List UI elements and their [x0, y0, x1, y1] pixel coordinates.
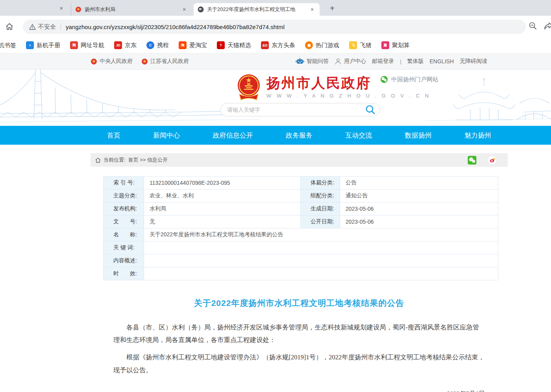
- close-icon[interactable]: ×: [181, 6, 188, 13]
- link-traditional[interactable]: 繁体版: [407, 58, 424, 65]
- meta-label: 文 号:: [104, 215, 144, 228]
- robot-icon: [296, 58, 304, 65]
- meta-value: 关于2022年度扬州市水利工程文明工地考核结果的公告: [144, 228, 498, 241]
- tab-yangzhou-water-bureau[interactable]: 扬州市水利局 ×: [71, 3, 192, 16]
- nav-item-services[interactable]: 政务服务: [286, 131, 312, 140]
- share-icon[interactable]: [543, 21, 551, 31]
- bookmark-item[interactable]: 网 网址导航: [70, 41, 104, 49]
- tab-title: 关于2022年度扬州市水利工程文明工地: [207, 6, 306, 13]
- article-date: 2023年5月6日: [113, 390, 485, 392]
- bookmark-item[interactable]: ▣ 热门游戏: [305, 41, 339, 49]
- close-icon[interactable]: ×: [57, 4, 65, 12]
- divider: [61, 23, 61, 30]
- table-row: 时 效:: [104, 267, 498, 280]
- link-smart-qa[interactable]: 智能问答: [296, 58, 329, 65]
- nav-item-interaction[interactable]: 互动交流: [345, 131, 372, 140]
- gov-emblem-favicon: [75, 6, 81, 13]
- bookmark-label: 爱淘宝: [189, 42, 207, 49]
- gov-top-bar: 中央人民政府 江苏省人民政府 智能问答: [0, 53, 551, 70]
- meta-label: 主题分类:: [104, 190, 144, 202]
- bookmark-item[interactable]: 东方 东方头条: [261, 41, 295, 49]
- article-paragraph: 各县（市、区）水利（务）局，扬州经济开发区城乡事务管理局，生态科技新城规划建设局…: [113, 321, 485, 346]
- link-label: 用户中心: [344, 58, 366, 65]
- meta-value: 农业、林业、水利: [144, 190, 301, 202]
- article-title: 关于2022年度扬州市水利工程文明工地考核结果的公告: [113, 298, 485, 309]
- bookmark-item[interactable]: C 携程: [146, 41, 169, 49]
- bookmark-item[interactable]: 飞 飞猪: [349, 41, 372, 49]
- link-jiangsu-gov[interactable]: 江苏省人民政府: [141, 58, 189, 65]
- link-label: 中央人民政府: [100, 58, 133, 65]
- page-content: 当前位置: 首页 >> 信息公开: [0, 145, 551, 392]
- bookmark-item[interactable]: T 天猫精选: [217, 41, 251, 49]
- bookmark-label: 网址导航: [81, 42, 104, 49]
- home-icon: [95, 158, 101, 163]
- bookmark-label: 携程: [157, 42, 169, 49]
- meta-value: [144, 241, 498, 254]
- meta-label: 索 引 号:: [104, 177, 144, 190]
- link-label: 邮箱登录: [372, 58, 394, 65]
- breadcrumb-path[interactable]: 首页 >> 信息公开: [128, 156, 168, 164]
- site-search: [220, 103, 380, 116]
- nav-item-data[interactable]: 数据扬州: [405, 131, 432, 140]
- table-row: 名 称: 关于2022年度扬州市水利工程文明工地考核结果的公告: [104, 228, 498, 241]
- site-url-text: W W W . Y A N G Z H O U . G O V . C N: [266, 93, 431, 99]
- address-bar[interactable]: 不安全 yangzhou.gov.cn/yzszxxgk/slj/202305/…: [23, 20, 526, 34]
- bookmark-item[interactable]: 聚 聚划算: [381, 41, 410, 49]
- nav-item-news[interactable]: 新闻中心: [153, 131, 180, 140]
- link-central-gov[interactable]: 中央人民政府: [91, 58, 133, 65]
- meta-value: 水利局: [144, 202, 301, 215]
- meta-value: 11321000014407098E-2023-095: [144, 177, 301, 190]
- bookmark-item[interactable]: ≡ 新机手册: [26, 41, 60, 49]
- link-english[interactable]: ENGLISH: [430, 58, 454, 64]
- bookmark-label: 京东: [125, 42, 137, 49]
- banner-artwork-bridge: [0, 70, 260, 126]
- bookmark-label: 聚划算: [392, 42, 410, 49]
- document-meta-table: 索 引 号: 11321000014407098E-2023-095 体裁分类:…: [103, 176, 498, 280]
- meta-value: 通知公告: [340, 190, 498, 202]
- table-row: 文 号: 无 公开日期: 2023-05-06: [104, 215, 498, 228]
- tab-title: 扬州市水利局: [85, 6, 178, 13]
- juhuasuan-favicon: 聚: [381, 41, 389, 49]
- search-icon[interactable]: [365, 104, 376, 115]
- link-label: 繁体版: [407, 58, 424, 65]
- bookmark-item[interactable]: JD 京东: [114, 41, 137, 49]
- manual-favicon: ≡: [26, 41, 34, 49]
- breadcrumb-label: 当前位置:: [104, 156, 126, 164]
- bookmark-item[interactable]: 淘 爱淘宝: [179, 41, 207, 49]
- link-mail-login[interactable]: 邮箱登录: [372, 58, 394, 65]
- toutiao-favicon: 东方: [261, 41, 269, 49]
- tab-announcement-active[interactable]: 关于2022年度扬州市水利工程文明工地 ×: [194, 3, 320, 16]
- home-icon[interactable]: [5, 22, 14, 31]
- user-icon: [335, 58, 342, 65]
- nav-item-info-disclosure[interactable]: 政府信息公开: [213, 131, 253, 140]
- meta-label: 时 效:: [104, 267, 144, 280]
- bookmark-label: 热门游戏: [316, 42, 339, 49]
- bookmark-label: 东方头条: [272, 42, 295, 49]
- article-paragraph: 根据《扬州市水利工程文明工地建设管理办法》（扬水规[2019]1号），2022年…: [113, 351, 485, 376]
- link-accessibility[interactable]: 无障碍阅读: [460, 58, 487, 65]
- new-tab-button[interactable]: +: [327, 4, 337, 13]
- link-label: 智能问答: [307, 58, 329, 65]
- meta-value: [144, 267, 498, 280]
- meta-label: 发布机构:: [104, 202, 144, 215]
- url-text[interactable]: yangzhou.gov.cn/yzszxxgk/slj/202305/210c…: [66, 24, 285, 30]
- meta-label: 内容概述:: [104, 254, 144, 267]
- nav-item-charm[interactable]: 魅力扬州: [464, 131, 491, 140]
- close-icon[interactable]: ×: [309, 6, 316, 13]
- weibo-share-icon[interactable]: [488, 156, 497, 165]
- gov-emblem-icon: [141, 58, 148, 65]
- security-status[interactable]: 不安全: [29, 23, 56, 31]
- link-user-center[interactable]: 用户中心: [335, 58, 366, 65]
- bookmark-item[interactable]: 机书签: [0, 42, 16, 49]
- portal-link[interactable]: 中国扬州门户网站: [380, 75, 438, 83]
- national-emblem-icon: [236, 74, 261, 101]
- search-input[interactable]: [227, 107, 365, 113]
- wechat-globe-icon: [380, 75, 388, 83]
- meta-label: 关 键 词:: [104, 241, 144, 254]
- nav-item-home[interactable]: 首页: [107, 131, 120, 140]
- zoom-out-icon[interactable]: [528, 21, 538, 31]
- main-navigation: 首页 新闻中心 政府信息公开 政务服务 互动交流 数据扬州 魅力扬州: [0, 126, 551, 145]
- ctrip-favicon: C: [146, 41, 154, 49]
- wechat-share-icon[interactable]: [468, 156, 477, 165]
- table-row: 主题分类: 农业、林业、水利 组配分类: 通知公告: [104, 190, 498, 202]
